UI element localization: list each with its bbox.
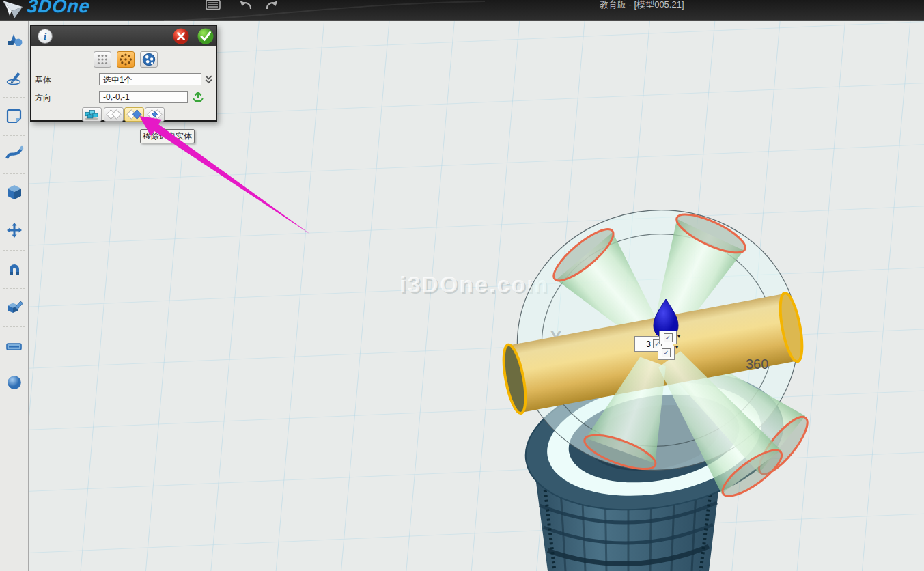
option-checkbox-top[interactable]: ✓: [659, 331, 677, 344]
tooltip: 移除选中实体: [140, 129, 195, 143]
divider: [3, 173, 25, 174]
window-title: 教育版 - [模型005.21]: [600, 0, 684, 11]
sidebar-item-basic-solids[interactable]: [5, 30, 24, 49]
sidebar-item-feature-solid[interactable]: [5, 183, 24, 202]
sidebar-item-sketch-plane[interactable]: [5, 107, 24, 126]
direction-field-label: 方向: [35, 92, 51, 104]
sidebar-item-snap-magnet[interactable]: [5, 259, 24, 278]
create-new-solid-button[interactable]: [82, 107, 102, 122]
divider: [3, 97, 25, 98]
cancel-button[interactable]: [173, 28, 189, 44]
document-menu-icon[interactable]: [206, 0, 221, 10]
checkbox-icon[interactable]: ✓: [662, 348, 671, 357]
app-window: 3DOne 教育版 - [模型005.21]: [0, 0, 924, 571]
remove-from-solid-button[interactable]: [124, 107, 144, 122]
sidebar-item-move-transform[interactable]: [5, 221, 24, 240]
dropdown-arrow-icon[interactable]: ▾: [675, 344, 678, 350]
base-field-value[interactable]: 选中1个: [99, 73, 201, 85]
pick-direction-icon[interactable]: [192, 90, 204, 103]
divider: [3, 212, 25, 212]
divider: [3, 326, 25, 327]
divider: [3, 365, 25, 365]
app-logo-text: 3DOne: [26, 0, 91, 17]
sweep-angle-label: 360: [746, 357, 768, 372]
confirm-button[interactable]: [197, 28, 214, 44]
undo-icon[interactable]: [238, 0, 253, 10]
divider: [3, 135, 25, 136]
base-field-label: 基体: [35, 74, 51, 86]
divider: [3, 288, 25, 289]
checkbox-icon[interactable]: ✓: [664, 333, 673, 342]
circular-pattern-button[interactable]: [117, 51, 135, 68]
app-logo-icon: [1, 0, 26, 20]
pattern-dialog: i: [30, 25, 217, 122]
sidebar-item-edit-solid[interactable]: [5, 298, 24, 317]
sidebar-item-measure[interactable]: [5, 337, 24, 356]
info-icon[interactable]: i: [38, 29, 53, 44]
sidebar-item-sketch-draw[interactable]: [5, 68, 24, 87]
add-to-solid-button[interactable]: [104, 107, 124, 122]
watermark: i3DOne.com: [400, 271, 548, 297]
divider: [3, 250, 25, 251]
title-bar: 3DOne 教育版 - [模型005.21]: [0, 0, 924, 21]
left-toolbar: [0, 21, 29, 571]
pattern-count-value: 3: [646, 339, 651, 349]
sidebar-item-render-material[interactable]: [5, 373, 24, 392]
pattern-count-widget: 3 ✓ ✓ ▾ ✓ ▾: [634, 331, 680, 361]
sphere-pattern-button[interactable]: [140, 51, 158, 68]
dialog-title-bar: i: [31, 26, 216, 46]
divider: [3, 59, 25, 59]
option-checkbox-bottom[interactable]: ✓: [658, 346, 675, 360]
redo-icon[interactable]: [264, 0, 279, 10]
direction-field-value[interactable]: -0,-0,-1: [99, 91, 188, 103]
sidebar-item-sweep-feature[interactable]: [5, 144, 24, 163]
dropdown-arrow-icon[interactable]: ▾: [677, 333, 680, 339]
intersect-solid-button[interactable]: [145, 107, 165, 122]
linear-pattern-button[interactable]: [94, 51, 111, 68]
chevron-double-down-icon[interactable]: [204, 74, 213, 84]
